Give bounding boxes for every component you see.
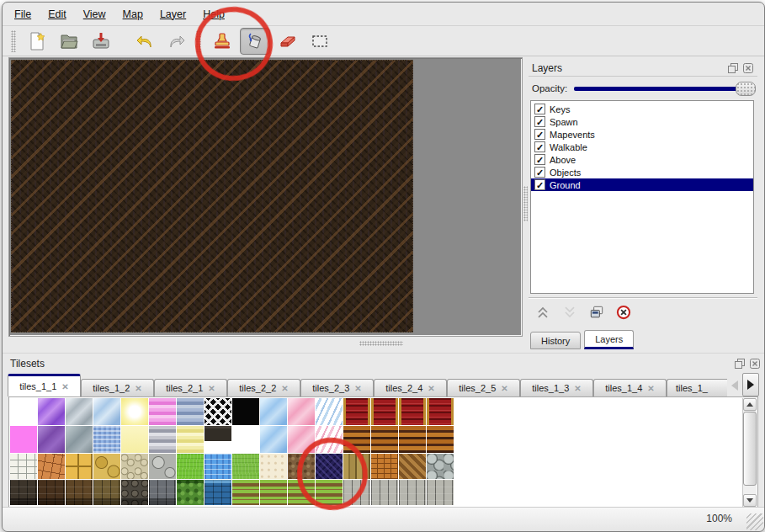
tile-carpet-red[interactable] xyxy=(399,398,426,425)
layer-row-mapevents[interactable]: ✓Mapevents xyxy=(531,128,753,141)
tile-sign-dark[interactable] xyxy=(205,426,231,453)
tile-pale-yellow[interactable] xyxy=(121,426,148,453)
tile-stripes-orange[interactable] xyxy=(371,426,398,453)
opacity-slider[interactable] xyxy=(574,82,756,95)
tileset-tab-tiles_2_2[interactable]: tiles_2_2✕ xyxy=(227,379,300,396)
tile-sand-pale[interactable] xyxy=(260,454,287,479)
tileset-tab-tiles_1_4[interactable]: tiles_1_4✕ xyxy=(593,379,667,396)
vertical-splitter[interactable] xyxy=(523,186,528,221)
redo-button[interactable] xyxy=(162,29,191,54)
layer-row-above[interactable]: ✓Above xyxy=(531,153,753,166)
tile-stripes-bluegray[interactable] xyxy=(177,398,204,425)
tileset-tab-tiles_1_3[interactable]: tiles_1_3✕ xyxy=(520,379,593,396)
layer-visibility-checkbox[interactable]: ✓ xyxy=(534,129,545,140)
menu-layer[interactable]: Layer xyxy=(151,8,194,20)
scrollbar-thumb[interactable] xyxy=(743,412,757,486)
float-panel-icon[interactable] xyxy=(734,358,746,370)
tile-carpet-red[interactable] xyxy=(343,398,370,425)
menu-map[interactable]: Map xyxy=(114,8,151,20)
layer-visibility-checkbox[interactable]: ✓ xyxy=(534,104,545,114)
tile-grass-path[interactable] xyxy=(260,480,287,505)
tileset-tab-tiles_1_2[interactable]: tiles_1_2✕ xyxy=(81,379,154,396)
duplicate-layer-button[interactable] xyxy=(586,302,608,322)
tile-stone-brick[interactable] xyxy=(427,480,454,505)
menu-file[interactable]: File xyxy=(6,8,40,20)
layer-visibility-checkbox[interactable]: ✓ xyxy=(534,141,545,152)
close-tab-icon[interactable]: ✕ xyxy=(61,382,68,391)
layer-row-keys[interactable]: ✓Keys xyxy=(531,103,753,115)
tile-glass-pink[interactable] xyxy=(288,398,315,425)
tile-stone-brick[interactable] xyxy=(371,480,398,505)
map-tiles-area[interactable] xyxy=(11,60,413,332)
tile-stone-brick[interactable] xyxy=(399,480,426,505)
tile-glass-purple[interactable] xyxy=(38,398,65,425)
tile-black[interactable] xyxy=(232,398,259,425)
tile-glass-blue[interactable] xyxy=(93,398,120,425)
close-tab-icon[interactable]: ✕ xyxy=(354,384,361,393)
tile-pebbles-beige[interactable] xyxy=(121,454,148,479)
tile-carpet-red[interactable] xyxy=(427,398,454,425)
tile-water-ripple[interactable] xyxy=(93,426,120,453)
palette-scrollbar[interactable] xyxy=(742,398,757,507)
undo-button[interactable] xyxy=(130,29,159,54)
tile-glass-sky[interactable] xyxy=(260,426,287,453)
layer-row-spawn[interactable]: ✓Spawn xyxy=(531,115,753,128)
close-tab-icon[interactable]: ✕ xyxy=(135,384,141,393)
panel-tab-history[interactable]: History xyxy=(530,332,581,349)
scroll-tabs-left-button[interactable] xyxy=(727,375,742,396)
close-panel-icon[interactable] xyxy=(749,358,761,370)
horizontal-splitter[interactable] xyxy=(359,341,403,346)
tile-wall-tanstone[interactable] xyxy=(93,480,120,505)
tileset-tab-tiles_1_[interactable]: tiles_1_ xyxy=(667,379,735,396)
tile-brick-brown[interactable] xyxy=(66,480,93,505)
menu-edit[interactable]: Edit xyxy=(40,8,75,20)
tile-grass-path[interactable] xyxy=(232,480,259,505)
close-tab-icon[interactable]: ✕ xyxy=(428,384,434,393)
panel-tab-layers[interactable]: Layers xyxy=(584,330,634,349)
tile-carpet-red[interactable] xyxy=(371,398,398,425)
new-file-button[interactable] xyxy=(23,29,51,54)
layer-row-walkable[interactable]: ✓Walkable xyxy=(531,141,753,153)
scroll-up-button[interactable] xyxy=(743,398,757,411)
tile-glass-gray[interactable] xyxy=(66,398,93,425)
tile-grass-green[interactable] xyxy=(232,454,259,479)
tileset-tab-tiles_2_4[interactable]: tiles_2_4✕ xyxy=(374,379,447,396)
select-tool-button[interactable] xyxy=(305,29,334,54)
tile-lattice[interactable] xyxy=(205,398,231,425)
opacity-slider-handle[interactable] xyxy=(736,82,756,96)
close-panel-icon[interactable] xyxy=(742,62,754,74)
scroll-tabs-right-button[interactable] xyxy=(742,373,759,396)
close-tab-icon[interactable]: ✕ xyxy=(647,384,654,393)
menu-view[interactable]: View xyxy=(75,8,114,20)
tile-stones-gray[interactable] xyxy=(149,454,176,479)
toolbar-handle[interactable] xyxy=(11,30,16,52)
layer-row-objects[interactable]: ✓Objects xyxy=(531,166,753,178)
layer-visibility-checkbox[interactable]: ✓ xyxy=(534,154,545,165)
tile-brick-orange[interactable] xyxy=(371,454,398,479)
close-tab-icon[interactable]: ✕ xyxy=(281,384,288,393)
tile-wall-bluebrick[interactable] xyxy=(205,480,231,505)
map-canvas[interactable] xyxy=(8,57,523,337)
eraser-tool-button[interactable] xyxy=(274,29,302,54)
float-panel-icon[interactable] xyxy=(727,62,739,74)
tile-stone-path[interactable] xyxy=(10,454,37,479)
tile-glass-bluewhite[interactable] xyxy=(316,398,343,425)
close-tab-icon[interactable]: ✕ xyxy=(574,384,581,393)
tile-stones-round[interactable] xyxy=(427,454,454,479)
tile-water-blue[interactable] xyxy=(205,454,231,479)
tile-tile-yellow[interactable] xyxy=(66,454,93,479)
layer-visibility-checkbox[interactable]: ✓ xyxy=(534,167,545,178)
tile-stripes-orange[interactable] xyxy=(399,426,426,453)
tile-stripes-orange[interactable] xyxy=(427,426,454,453)
tile-stripes-yellow[interactable] xyxy=(177,426,204,453)
tile-herringbone-wood[interactable] xyxy=(399,454,426,479)
layer-visibility-checkbox[interactable]: ✓ xyxy=(534,179,545,190)
tile-stripes-gray[interactable] xyxy=(149,426,176,453)
tile-glass-sky[interactable] xyxy=(260,398,287,425)
tile-flagstone-orange[interactable] xyxy=(38,454,65,479)
tile-pink-solid[interactable] xyxy=(10,426,37,453)
tile-brick-darkbrown[interactable] xyxy=(38,480,65,505)
layer-visibility-checkbox[interactable]: ✓ xyxy=(534,116,545,127)
tile-stones-yellow[interactable] xyxy=(93,454,120,479)
tile-pebbles-dark[interactable] xyxy=(121,480,148,505)
